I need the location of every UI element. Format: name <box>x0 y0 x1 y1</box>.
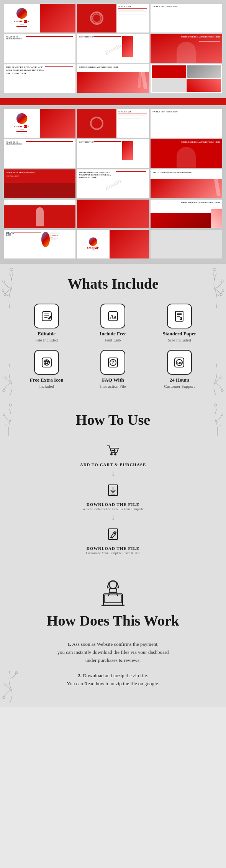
brush-page-2: WRITE YOUR ENGAGING HEADING HERE <box>151 169 222 198</box>
red-page-2: WRITE YOUR ENGAGING HEADING HERE <box>151 139 222 168</box>
how-does-work-section: How Does This Work 1. Ass soon as Websit… <box>0 566 226 707</box>
preview2-row-4: WRITE YOUR ENGAGING HEADING HERE <box>4 200 222 228</box>
empty-page <box>151 230 222 258</box>
contribution-page-2: CONTRIBUTION <box>77 139 149 168</box>
edit-icon <box>41 310 53 322</box>
step-add-cart: ADD TO CART & PURCHASE <box>80 440 146 467</box>
headline-page-2: PLACE YOUR HEADLINE HERE <box>4 139 75 168</box>
thankyou-page: THANKYOU CONTACT US <box>4 230 75 258</box>
step-download1: DOWNLOAD THE FILE Which Contains The Lin… <box>82 480 144 511</box>
feature-faq: ? FAQ With Instruction File <box>84 350 142 388</box>
work-step-2-text: 2. Download and unzip the zip file. You … <box>21 672 205 688</box>
large-text-page: THIS IS WHERE YOU CAN PLACE YOUR MAIN HE… <box>4 64 75 93</box>
download1-sublabel: Which Contains The Link To Your Template <box>82 507 144 511</box>
download2-sublabel: Customize Your Template, Save & Use <box>86 551 140 555</box>
floral-bottom-right-icon <box>193 360 224 398</box>
features-grid: Editable File Included Aa Include Free F… <box>17 304 209 388</box>
font-label: Include Free <box>100 331 126 337</box>
faq-label: FAQ With <box>102 377 124 383</box>
work-step-1-text: 1. Ass soon as Website confirms the paym… <box>21 640 205 664</box>
red-room-page: PLACE YOUR HEADLINE HERE ADD SMALL TEXT <box>4 169 75 198</box>
svg-point-32 <box>115 454 116 455</box>
headline-page: PLACE YOUR HEADLINE HERE <box>4 34 75 63</box>
faq-icon: ? <box>107 356 119 369</box>
download2-label: DOWNLOAD THE FILE <box>87 546 139 551</box>
cart-icon-wrapper <box>103 440 124 461</box>
download-icon <box>105 483 121 498</box>
edit2-icon <box>105 527 121 542</box>
cover-page-2: FASHION 2020 <box>4 109 75 138</box>
step-download2: DOWNLOAD THE FILE Customize Your Templat… <box>86 523 140 555</box>
support-icon-box: 24h <box>167 350 192 375</box>
svg-point-29 <box>214 404 217 406</box>
floral-work-bottom-left-icon <box>2 667 33 705</box>
font-icon-box: Aa <box>100 304 125 328</box>
red-arch-page: WRITE YOUR ENGAGING HEADING HERE <box>151 34 222 63</box>
paper-icon-box <box>167 304 192 328</box>
editable-icon-box <box>34 304 59 328</box>
floral-bottom-left-icon <box>2 360 33 398</box>
toc-page-2: TABLE OF CONTENT <box>151 109 222 138</box>
red-divider-1 <box>0 98 226 105</box>
svg-point-27 <box>9 404 12 406</box>
free-icon-sublabel: Included <box>39 384 54 388</box>
whats-include-section: Whats Include Editable File Included <box>0 264 226 400</box>
font-sublabel: Font Link <box>105 338 121 342</box>
preview-section-top: Envato FASHION 2020 <box>0 0 226 98</box>
steps-container: ADD TO CART & PURCHASE ↓ DOWNLOAD THE FI… <box>8 440 218 555</box>
cover-page: FASHION 2020 <box>4 4 75 33</box>
preview-row-2: PLACE YOUR HEADLINE HERE CONTRIBUTION <box>4 34 222 63</box>
free-icon-label: Free Extra Icon <box>30 377 64 383</box>
arrow-1: ↓ <box>111 469 115 478</box>
add-cart-label: ADD TO CART & PURCHASE <box>80 462 146 467</box>
contribution-page: CONTRIBUTION <box>77 34 149 63</box>
editable-sublabel: File Included <box>35 338 57 342</box>
fashion2-cover-page: FASHION 2020 <box>77 230 149 258</box>
feature-font-link: Aa Include Free Font Link <box>84 304 142 342</box>
support-sublabel: Customer Support <box>164 384 195 388</box>
red-full-page <box>77 200 149 228</box>
svg-text:?: ? <box>111 360 114 365</box>
preview2-row-3: PLACE YOUR HEADLINE HERE ADD SMALL TEXT … <box>4 169 222 198</box>
preview-row-3: THIS IS WHERE YOU CAN PLACE YOUR MAIN HE… <box>4 64 222 93</box>
whats-include-title: Whats Include <box>8 275 218 292</box>
arrow-2: ↓ <box>111 513 115 522</box>
brush-page: WRITE YOUR ENGAGING HEADING HERE <box>77 64 149 93</box>
preview-section-bottom: Envato FASHION 2020 <box>0 105 226 264</box>
collage-page: WRITE YOUR ENGAGING HEADING HERE <box>151 200 222 228</box>
faq-icon-box: ? <box>100 350 125 375</box>
person-computer-icon <box>98 578 128 608</box>
font-icon: Aa <box>107 310 119 322</box>
step-num-1: 1. <box>67 641 71 647</box>
how-to-use-title: How To Use <box>8 411 218 428</box>
person-red-page <box>4 200 75 228</box>
paper-sublabel: Size Included <box>168 338 191 342</box>
cart-icon <box>105 443 121 458</box>
svg-point-31 <box>111 454 112 455</box>
faq-sublabel: Instruction File <box>100 384 126 388</box>
svg-text:24h: 24h <box>177 361 182 365</box>
preview2-row-5: THANKYOU CONTACT US FASHION 2020 <box>4 230 222 258</box>
support-icon: 24h <box>173 356 185 369</box>
person-icon-wrapper <box>8 578 218 608</box>
download1-label: DOWNLOAD THE FILE <box>87 502 139 507</box>
preview2-row-1: FASHION 2020 WELCOME <box>4 109 222 138</box>
svg-rect-41 <box>103 594 123 605</box>
work-steps: 1. Ass soon as Website confirms the paym… <box>8 640 218 688</box>
free-icon-box <box>34 350 59 375</box>
paper-label: Standerd Paper <box>162 331 196 337</box>
support-label: 24 Hours <box>170 377 189 383</box>
download-icon-wrapper <box>102 480 123 501</box>
preview2-row-2: PLACE YOUR HEADLINE HERE CONTRIBUTION <box>4 139 222 168</box>
star-icon <box>41 356 53 369</box>
svg-rect-42 <box>105 595 121 603</box>
preview-row-1: FASHION 2020 WELCOME <box>4 4 222 33</box>
editable-label: Editable <box>38 331 56 337</box>
paper-icon <box>173 310 185 322</box>
welcome-page: WELCOME <box>77 4 149 33</box>
work-step-2: 2. Download and unzip the zip file. You … <box>8 672 218 688</box>
work-step-1: 1. Ass soon as Website confirms the paym… <box>8 640 218 664</box>
large-text-page-2: THIS IS WHERE YOU CAN PLACE YOUR MAIN HE… <box>77 169 149 198</box>
how-to-use-section: How To Use ADD TO CART & PURCHASE ↓ <box>0 400 226 566</box>
how-does-work-title: How Does This Work <box>8 612 218 629</box>
